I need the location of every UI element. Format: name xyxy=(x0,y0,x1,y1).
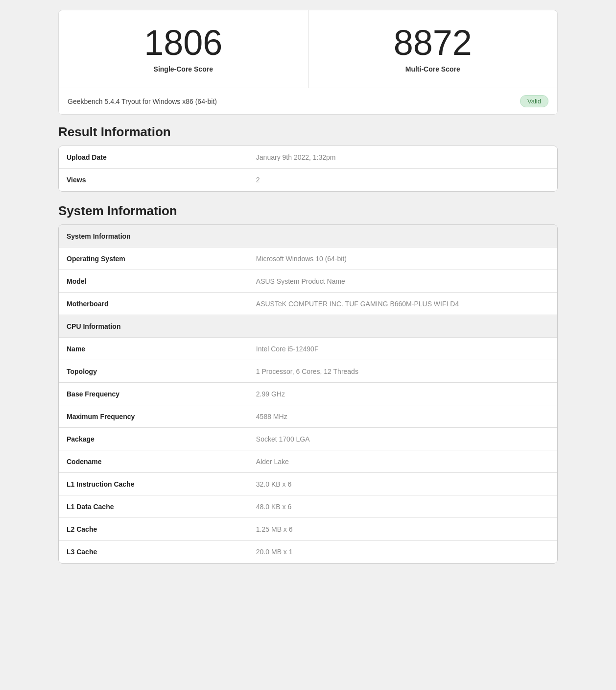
page-container: 1806 Single-Core Score 8872 Multi-Core S… xyxy=(58,10,558,564)
score-card: 1806 Single-Core Score 8872 Multi-Core S… xyxy=(58,10,558,115)
l2-cache-key: L2 Cache xyxy=(59,519,248,539)
result-information-title: Result Information xyxy=(58,124,558,140)
model-key: Model xyxy=(59,271,248,291)
table-row: L1 Data Cache 48.0 KB x 6 xyxy=(59,495,557,518)
table-row: L1 Instruction Cache 32.0 KB x 6 xyxy=(59,473,557,495)
table-row: Base Frequency 2.99 GHz xyxy=(59,383,557,405)
table-row: Model ASUS System Product Name xyxy=(59,270,557,293)
topology-value: 1 Processor, 6 Cores, 12 Threads xyxy=(248,362,557,381)
geekbench-version-text: Geekbench 5.4.4 Tryout for Windows x86 (… xyxy=(68,98,217,105)
valid-badge: Valid xyxy=(520,95,548,107)
table-row: Maximum Frequency 4588 MHz xyxy=(59,405,557,428)
system-information-table: System Information Operating System Micr… xyxy=(58,224,558,564)
topology-key: Topology xyxy=(59,362,248,381)
codename-value: Alder Lake xyxy=(248,452,557,471)
l3-cache-value: 20.0 MB x 1 xyxy=(248,542,557,562)
table-row: Package Socket 1700 LGA xyxy=(59,428,557,450)
views-key: Views xyxy=(59,170,248,190)
cpu-info-group-header: CPU Information xyxy=(59,315,557,338)
package-value: Socket 1700 LGA xyxy=(248,429,557,449)
motherboard-value: ASUSTeK COMPUTER INC. TUF GAMING B660M-P… xyxy=(248,294,557,314)
table-row: Motherboard ASUSTeK COMPUTER INC. TUF GA… xyxy=(59,293,557,315)
system-info-group-label: System Information xyxy=(59,226,248,246)
single-core-cell: 1806 Single-Core Score xyxy=(59,10,308,88)
max-freq-value: 4588 MHz xyxy=(248,407,557,426)
cpu-name-key: Name xyxy=(59,339,248,359)
codename-key: Codename xyxy=(59,452,248,471)
result-information-section: Result Information Upload Date January 9… xyxy=(58,124,558,192)
cpu-name-value: Intel Core i5-12490F xyxy=(248,339,557,359)
l3-cache-key: L3 Cache xyxy=(59,542,248,562)
table-row: Operating System Microsoft Windows 10 (6… xyxy=(59,247,557,270)
l2-cache-value: 1.25 MB x 6 xyxy=(248,519,557,539)
table-row: L3 Cache 20.0 MB x 1 xyxy=(59,541,557,563)
single-core-label: Single-Core Score xyxy=(69,65,298,73)
motherboard-key: Motherboard xyxy=(59,294,248,314)
table-row: Name Intel Core i5-12490F xyxy=(59,338,557,360)
multi-core-label: Multi-Core Score xyxy=(318,65,548,73)
max-freq-key: Maximum Frequency xyxy=(59,407,248,426)
cpu-info-group-label: CPU Information xyxy=(59,317,248,336)
table-row: Upload Date January 9th 2022, 1:32pm xyxy=(59,146,557,169)
system-information-section: System Information System Information Op… xyxy=(58,203,558,564)
score-row: 1806 Single-Core Score 8872 Multi-Core S… xyxy=(59,10,557,88)
table-row: Codename Alder Lake xyxy=(59,450,557,473)
table-row: Views 2 xyxy=(59,169,557,191)
l1-data-key: L1 Data Cache xyxy=(59,497,248,517)
upload-date-value: January 9th 2022, 1:32pm xyxy=(248,148,557,167)
table-row: L2 Cache 1.25 MB x 6 xyxy=(59,518,557,541)
base-freq-value: 2.99 GHz xyxy=(248,384,557,404)
os-key: Operating System xyxy=(59,249,248,269)
l1-instruction-value: 32.0 KB x 6 xyxy=(248,474,557,494)
system-information-title: System Information xyxy=(58,203,558,219)
table-row: Topology 1 Processor, 6 Cores, 12 Thread… xyxy=(59,360,557,383)
multi-core-cell: 8872 Multi-Core Score xyxy=(308,10,558,88)
l1-instruction-key: L1 Instruction Cache xyxy=(59,474,248,494)
result-information-table: Upload Date January 9th 2022, 1:32pm Vie… xyxy=(58,146,558,192)
multi-core-score: 8872 xyxy=(318,25,548,60)
views-value: 2 xyxy=(248,170,557,190)
package-key: Package xyxy=(59,429,248,449)
base-freq-key: Base Frequency xyxy=(59,384,248,404)
score-footer: Geekbench 5.4.4 Tryout for Windows x86 (… xyxy=(59,88,557,114)
system-info-group-header: System Information xyxy=(59,225,557,247)
single-core-score: 1806 xyxy=(69,25,298,60)
model-value: ASUS System Product Name xyxy=(248,271,557,291)
l1-data-value: 48.0 KB x 6 xyxy=(248,497,557,517)
upload-date-key: Upload Date xyxy=(59,148,248,167)
os-value: Microsoft Windows 10 (64-bit) xyxy=(248,249,557,269)
